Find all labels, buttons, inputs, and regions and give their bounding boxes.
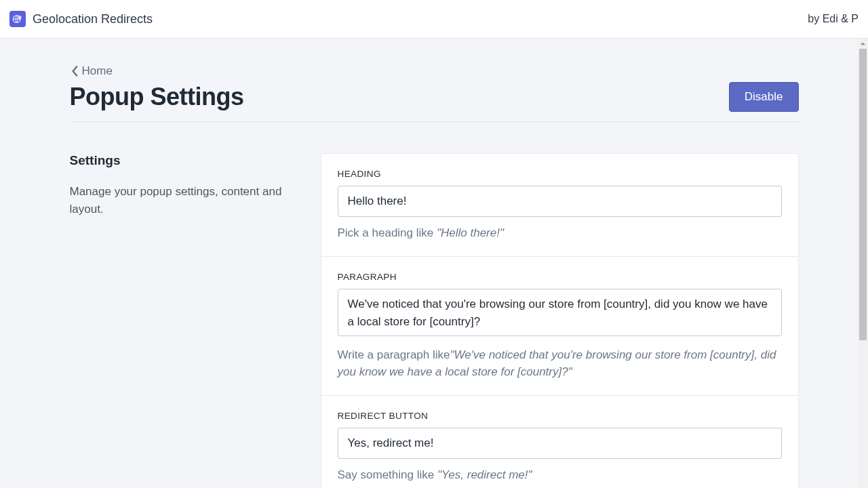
sidebar-description: Manage your popup settings, content and … — [70, 183, 300, 218]
app-icon — [9, 11, 26, 27]
page-header: Popup Settings Disable — [70, 82, 799, 122]
scrollbar-track[interactable] — [858, 39, 868, 488]
app-title: Geolocation Redirects — [33, 12, 153, 26]
redirect-button-help-example: "Yes, redirect me!" — [437, 468, 532, 481]
topbar-left: Geolocation Redirects — [9, 11, 153, 27]
caret-up-icon — [860, 41, 866, 47]
redirect-button-input[interactable] — [338, 428, 782, 459]
heading-help-pre: Pick a heading like — [338, 226, 437, 239]
paragraph-label: PARAGRAPH — [338, 272, 782, 282]
card-redirect-button: REDIRECT BUTTON Say something like "Yes,… — [321, 395, 799, 488]
paragraph-input[interactable] — [338, 289, 782, 336]
sidebar-title: Settings — [70, 153, 300, 168]
redirect-button-help: Say something like "Yes, redirect me!" — [338, 467, 782, 484]
settings-cards: HEADING Pick a heading like "Hello there… — [321, 153, 799, 488]
svg-point-1 — [20, 17, 20, 18]
breadcrumb-home[interactable]: Home — [70, 64, 113, 79]
disable-button[interactable]: Disable — [729, 82, 799, 112]
card-heading: HEADING Pick a heading like "Hello there… — [321, 153, 799, 257]
globe-location-icon — [12, 14, 23, 24]
byline: by Edi & P — [808, 13, 859, 25]
scrollbar-arrow-up[interactable] — [858, 39, 868, 49]
redirect-button-help-pre: Say something like — [338, 468, 437, 481]
heading-input[interactable] — [338, 186, 782, 217]
heading-label: HEADING — [338, 169, 782, 179]
page: Home Popup Settings Disable Settings Man… — [70, 39, 799, 488]
heading-help: Pick a heading like "Hello there!" — [338, 225, 782, 242]
page-title: Popup Settings — [70, 83, 244, 111]
redirect-button-label: REDIRECT BUTTON — [338, 411, 782, 421]
heading-help-example: "Hello there!" — [437, 226, 504, 239]
chevron-left-icon — [71, 65, 79, 77]
paragraph-help-pre: Write a paragraph like — [338, 348, 450, 361]
scrollbar-thumb[interactable] — [859, 49, 867, 340]
scroll-area: Home Popup Settings Disable Settings Man… — [0, 39, 868, 488]
layout: Settings Manage your popup settings, con… — [70, 153, 799, 488]
viewport: Home Popup Settings Disable Settings Man… — [0, 39, 868, 488]
card-paragraph: PARAGRAPH Write a paragraph like"We've n… — [321, 256, 799, 396]
breadcrumb-label: Home — [82, 64, 113, 78]
topbar: Geolocation Redirects by Edi & P — [0, 0, 868, 39]
paragraph-help: Write a paragraph like"We've noticed tha… — [338, 347, 782, 380]
sidebar: Settings Manage your popup settings, con… — [70, 153, 300, 488]
